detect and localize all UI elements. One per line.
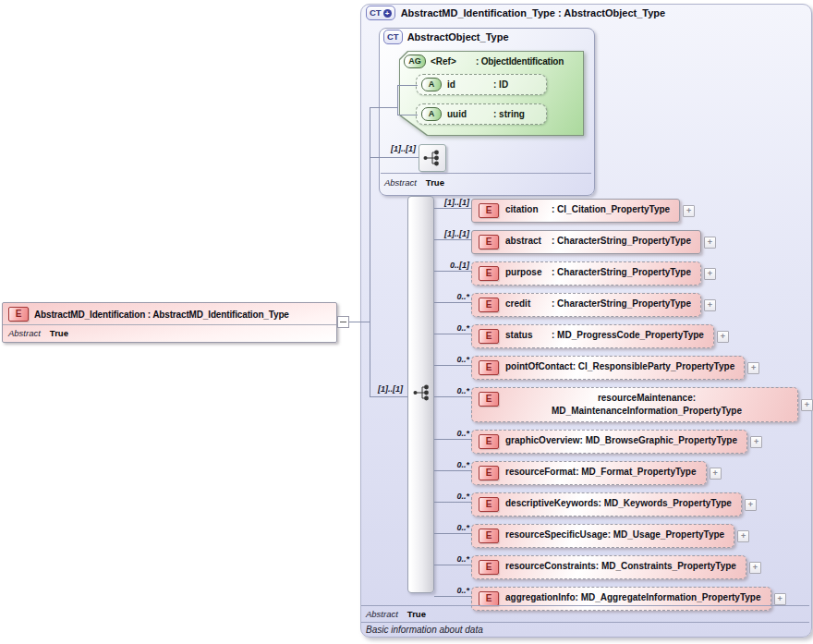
child-element-row: [1]..[1] E citation: CI_Citation_Propert… <box>434 199 695 223</box>
collapse-button[interactable] <box>337 316 349 328</box>
child-element-row: 0..* E credit: CharacterString_PropertyT… <box>434 293 716 317</box>
element-badge: E <box>479 529 499 543</box>
element-badge: E <box>479 591 499 606</box>
cardinality-label: 0..* <box>440 429 469 438</box>
connector-line <box>434 365 471 366</box>
expand-button[interactable]: + <box>717 331 729 343</box>
cardinality-label: 0..[1] <box>440 261 469 270</box>
connector-line <box>434 439 471 440</box>
connector-line <box>434 533 471 534</box>
element-badge: E <box>479 466 499 480</box>
attribute-group-type: : ObjectIdentification <box>476 56 564 67</box>
sequence-icon <box>419 144 446 172</box>
expand-button[interactable]: + <box>801 399 813 411</box>
expand-button[interactable]: + <box>683 205 695 217</box>
child-element-box[interactable]: E abstract: CharacterString_PropertyType <box>471 230 701 254</box>
element-badge: E <box>479 360 499 375</box>
complex-type-badge: CT + <box>366 6 395 20</box>
attribute-box-id[interactable]: A id : ID <box>416 74 547 95</box>
child-element-label: resourceMaintenance: MD_MaintenanceInfor… <box>505 392 788 418</box>
child-element-row: 0..* E resourceMaintenance: MD_Maintenan… <box>434 387 813 422</box>
connector-attribute-bracket <box>397 85 398 115</box>
sequence-glyph <box>422 150 443 166</box>
element-type: : MD_Constraints_PropertyType <box>596 561 736 571</box>
element-badge: E <box>479 235 499 249</box>
child-element-box[interactable]: E citation: CI_Citation_PropertyType <box>471 199 680 223</box>
child-element-label: status: MD_ProgressCode_PropertyType <box>505 329 704 342</box>
element-name: resourceMaintenance <box>598 392 693 405</box>
element-name: abstract <box>505 235 552 248</box>
outer-abstract-row: Abstract True <box>366 609 426 619</box>
element-badge: E <box>479 329 499 344</box>
child-element-label: citation: CI_Citation_PropertyType <box>505 203 670 216</box>
base-footer-divider <box>381 173 591 174</box>
outer-footer-divider-top <box>361 605 809 606</box>
attribute-group-badge: AG <box>404 55 426 68</box>
element-badge: E <box>8 307 29 322</box>
child-element-box[interactable]: E resourceFormat: MD_Format_PropertyType <box>471 461 707 485</box>
cardinality-label: 0..* <box>440 355 469 364</box>
child-element-row: 0..* E resourceConstraints: MD_Constrain… <box>434 555 761 579</box>
child-element-box[interactable]: E resourceSpecificUsage: MD_Usage_Proper… <box>471 524 734 548</box>
element-badge: E <box>479 203 499 218</box>
base-sequence-cardinality: [1]..[1] <box>386 144 416 153</box>
cardinality-label: 0..* <box>440 554 469 564</box>
child-element-box[interactable]: E resourceMaintenance: MD_MaintenanceInf… <box>471 387 798 422</box>
child-element-box[interactable]: E purpose: CharacterString_PropertyType <box>471 261 701 286</box>
cardinality-label: [1]..[1] <box>440 229 469 238</box>
cardinality-label: 0..* <box>440 460 469 469</box>
child-element-box[interactable]: E resourceConstraints: MD_Constraints_Pr… <box>471 555 746 579</box>
attribute-name: id <box>447 79 488 90</box>
attribute-box-uuid[interactable]: A uuid : string <box>416 103 547 125</box>
element-type: : MD_Keywords_PropertyType <box>599 498 732 508</box>
element-type: : CI_Citation_PropertyType <box>552 204 670 214</box>
element-type: : CharacterString_PropertyType <box>552 236 691 246</box>
child-element-box[interactable]: E credit: CharacterString_PropertyType <box>471 293 701 317</box>
expand-button[interactable]: + <box>747 362 759 374</box>
cardinality-label: 0..* <box>440 523 469 532</box>
element-name: aggregationInfo <box>505 591 576 604</box>
child-element-label: purpose: CharacterString_PropertyType <box>505 266 691 279</box>
expand-button[interactable]: + <box>774 593 786 605</box>
child-element-row: 0..* E pointOfContact: CI_ResponsiblePar… <box>434 356 759 380</box>
expand-button[interactable]: + <box>750 436 762 448</box>
expand-button[interactable]: + <box>749 562 761 574</box>
element-badge: E <box>479 266 499 281</box>
base-abstract-row: Abstract True <box>384 177 444 188</box>
element-badge: E <box>479 560 499 575</box>
connector-line <box>434 334 471 334</box>
complex-type-header: CT + AbstractMD_Identification_Type : Ab… <box>366 6 665 20</box>
complex-type-title: AbstractMD_Identification_Type : Abstrac… <box>401 7 665 18</box>
child-element-box[interactable]: E descriptiveKeywords: MD_Keywords_Prope… <box>471 492 742 516</box>
global-element-box[interactable]: E AbstractMD_Identification : AbstractMD… <box>2 302 337 343</box>
expand-button[interactable]: + <box>745 499 757 511</box>
child-element-label: descriptiveKeywords: MD_Keywords_Propert… <box>505 497 732 510</box>
element-badge: E <box>479 298 499 312</box>
child-element-label: credit: CharacterString_PropertyType <box>505 298 691 310</box>
base-type-title: AbstractObject_Type <box>407 31 509 43</box>
connector-branch-main-sequence <box>370 396 407 397</box>
child-element-row: 0..* E descriptiveKeywords: MD_Keywords_… <box>434 492 757 516</box>
element-badge: E <box>479 497 499 512</box>
attribute-group-header: AG <Ref> : ObjectIdentification <box>404 55 564 68</box>
expand-button[interactable]: + <box>704 237 716 249</box>
child-element-box[interactable]: E pointOfContact: CI_ResponsibleParty_Pr… <box>471 356 745 380</box>
element-type: : MD_Format_PropertyType <box>576 467 696 477</box>
expand-button[interactable]: + <box>704 268 716 280</box>
element-name: descriptiveKeywords <box>505 497 599 510</box>
child-element-box[interactable]: E status: MD_ProgressCode_PropertyType <box>471 324 714 348</box>
child-element-box[interactable]: E aggregationInfo: MD_AggregateInformati… <box>471 587 771 611</box>
connector-line <box>434 302 471 303</box>
expand-button[interactable]: + <box>737 530 749 542</box>
expand-button[interactable]: + <box>704 299 716 311</box>
connector-line <box>434 470 471 471</box>
element-name: resourceConstraints <box>505 560 596 573</box>
minus-icon <box>340 322 346 322</box>
attribute-badge: A <box>421 78 442 91</box>
child-element-label: graphicOverview: MD_BrowseGraphic_Proper… <box>505 434 737 447</box>
element-type: : CharacterString_PropertyType <box>552 267 691 277</box>
expand-button[interactable]: + <box>710 468 722 480</box>
child-element-row: 0..* E resourceFormat: MD_Format_Propert… <box>434 461 722 485</box>
child-element-box[interactable]: E graphicOverview: MD_BrowseGraphic_Prop… <box>471 430 747 454</box>
cardinality-label: [1]..[1] <box>440 198 469 207</box>
